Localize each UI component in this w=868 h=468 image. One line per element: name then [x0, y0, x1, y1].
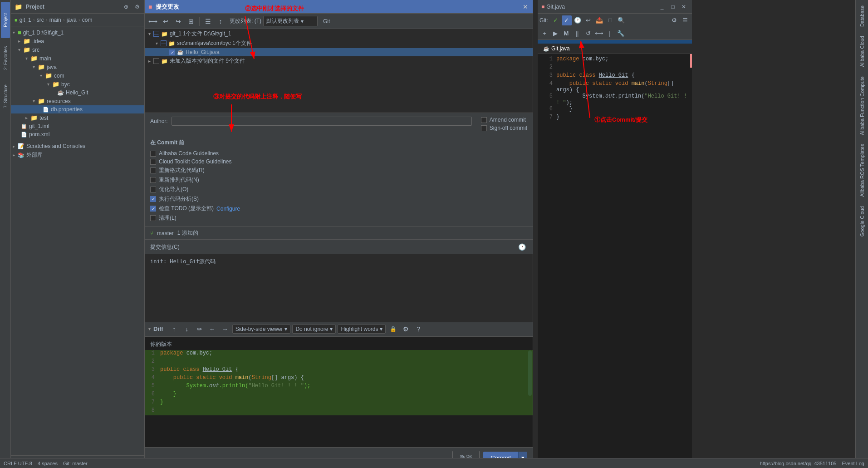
- far-right-google-cloud[interactable]: Google Cloud: [858, 202, 867, 240]
- status-indent[interactable]: 4 spaces: [38, 461, 58, 466]
- diff-up-btn[interactable]: ↑: [169, 324, 180, 335]
- tree-item-resources[interactable]: ▾ 📁 resources: [11, 97, 144, 105]
- git-checkmark-btn[interactable]: ✓: [551, 15, 561, 25]
- file-tree-srcmain[interactable]: ▾ — 📁 src\main\java\com\byc 1个文件: [145, 39, 533, 48]
- option-reformat[interactable]: 重新格式化代码(R): [150, 166, 527, 175]
- right-expand-btn[interactable]: ⟷: [594, 29, 604, 39]
- diff-viewer-dropdown[interactable]: Side-by-side viewer ▾: [232, 325, 291, 334]
- option-checkbox-cloudtoolkit[interactable]: [150, 159, 156, 165]
- tree-item-scratches[interactable]: ▸ 📝 Scratches and Consoles: [11, 142, 144, 150]
- commit-msg-history-btn[interactable]: 🕐: [516, 241, 527, 252]
- tree-item-test[interactable]: ▸ 📁 test: [11, 113, 144, 122]
- close-btn[interactable]: ✕: [679, 2, 688, 11]
- file-tree-unversioned[interactable]: ▸ 📁 未加入版本控制的文件 9个文件: [145, 56, 533, 66]
- option-checkbox-rearrange[interactable]: [150, 177, 156, 183]
- maximize-btn[interactable]: □: [668, 2, 677, 11]
- diff-highlight-dropdown[interactable]: Highlight words ▾: [338, 325, 386, 334]
- option-rearrange[interactable]: 重新排列代码(N): [150, 175, 527, 185]
- status-branch[interactable]: Git: master: [63, 461, 88, 466]
- tree-item-dbprops[interactable]: 📄 db.properties: [11, 105, 144, 113]
- signoff-checkbox[interactable]: [481, 125, 487, 131]
- tree-item-src[interactable]: ▾ 📁 src: [11, 45, 144, 54]
- tree-item-hellogit[interactable]: ☕ Hello_Git: [11, 89, 144, 97]
- changelist-dropdown[interactable]: 默认更改列表 ▾: [263, 16, 318, 26]
- option-optimize[interactable]: 优化导入(O): [150, 185, 527, 194]
- tree-item-external-lib[interactable]: ▸ 📚 外部库: [11, 150, 144, 160]
- git-commit-btn[interactable]: ✓: [562, 15, 572, 25]
- option-checkbox-reformat[interactable]: [150, 167, 156, 173]
- file-tree-hellogit[interactable]: ✓ ☕ Hello_Git.java: [145, 48, 533, 56]
- git-stash-btn[interactable]: □: [605, 15, 615, 25]
- right-settings-btn[interactable]: ⚙: [669, 15, 679, 25]
- toolbar-expand-btn[interactable]: ⟷: [147, 16, 158, 27]
- file-checkbox-srcmain[interactable]: —: [161, 40, 167, 46]
- tree-item-main[interactable]: ▾ 📁 main: [11, 54, 144, 63]
- far-right-database[interactable]: Database: [858, 2, 867, 30]
- right-bold-btn[interactable]: M: [561, 29, 571, 39]
- toolbar-undo-btn[interactable]: ↩: [160, 16, 171, 27]
- far-right-function-compute[interactable]: Alibaba Function Compute: [858, 73, 867, 139]
- right-add-btn[interactable]: +: [539, 29, 549, 39]
- git-push-btn[interactable]: 📤: [594, 15, 604, 25]
- breadcrumb-git1[interactable]: git_1: [20, 17, 31, 23]
- commit-dialog-close-btn[interactable]: ✕: [522, 3, 529, 10]
- tree-item-idea[interactable]: ▸ 📁 .idea: [11, 37, 144, 45]
- git-search-btn[interactable]: 🔍: [616, 15, 626, 25]
- option-checkbox-todo[interactable]: ✓: [150, 206, 156, 212]
- diff-next-btn[interactable]: →: [220, 324, 230, 335]
- tree-item-pomxml[interactable]: 📄 pom.xml: [11, 130, 144, 138]
- vtab-structure[interactable]: 7: Structure: [1, 78, 10, 114]
- file-checkbox-git1[interactable]: —: [153, 31, 159, 37]
- right-pipe-btn[interactable]: ||: [572, 29, 582, 39]
- tree-item-byc[interactable]: ▾ 📁 byc: [11, 80, 144, 89]
- signoff-option[interactable]: Sign-off commit: [481, 125, 527, 131]
- toolbar-layout-btn[interactable]: ⊞: [186, 16, 196, 27]
- far-right-ros-templates[interactable]: Alibaba ROS Templates: [858, 140, 867, 201]
- diff-ignore-dropdown[interactable]: Do not ignore ▾: [292, 325, 336, 334]
- diff-prev-btn[interactable]: ←: [207, 324, 218, 335]
- diff-edit-btn[interactable]: ✏: [194, 324, 205, 335]
- right-menu-btn[interactable]: ☰: [680, 15, 690, 25]
- option-checkbox-cleanup[interactable]: [150, 215, 156, 221]
- toolbar-redo-btn[interactable]: ↪: [173, 16, 184, 27]
- editor-tab-gitjava[interactable]: ☕ Git.java: [538, 44, 575, 54]
- tree-item-com[interactable]: ▾ 📁 com: [11, 71, 144, 80]
- minimize-btn[interactable]: _: [657, 2, 667, 11]
- option-analyze[interactable]: ✓ 执行代码分析(S): [150, 194, 527, 204]
- toolbar-sort-btn[interactable]: ↕: [215, 16, 226, 27]
- add-project-btn[interactable]: ⊕: [123, 3, 130, 10]
- breadcrumb-src[interactable]: src: [37, 17, 44, 23]
- option-checkbox-analyze[interactable]: ✓: [150, 196, 156, 202]
- diff-down-btn[interactable]: ↓: [181, 324, 192, 335]
- right-wrench-btn[interactable]: 🔧: [616, 29, 626, 39]
- toolbar-indent-btn[interactable]: ☰: [202, 16, 213, 27]
- vtab-project[interactable]: Project: [1, 2, 10, 38]
- file-checkbox-hellogit[interactable]: ✓: [169, 49, 175, 55]
- diff-lock-btn[interactable]: 🔒: [387, 324, 398, 335]
- breadcrumb-com[interactable]: com: [82, 17, 93, 23]
- configure-link[interactable]: Configure: [216, 206, 240, 212]
- diff-help-btn[interactable]: ?: [413, 324, 424, 335]
- tree-item-git1iml[interactable]: 📋 git_1.iml: [11, 122, 144, 130]
- status-url[interactable]: https://blog.csdn.net/qq_43511105: [760, 461, 837, 466]
- author-input[interactable]: [172, 117, 472, 126]
- breadcrumb-main[interactable]: main: [49, 17, 61, 23]
- option-checkbox-alibaba[interactable]: [150, 151, 156, 157]
- option-alibaba[interactable]: Alibaba Code Guidelines: [150, 149, 527, 158]
- gear-icon[interactable]: ⚙: [133, 3, 141, 10]
- diff-collapse-btn[interactable]: ▾: [148, 326, 151, 331]
- event-log-btn[interactable]: Event Log: [842, 461, 864, 466]
- amend-commit-option[interactable]: Amend commit: [481, 117, 527, 123]
- option-todo[interactable]: ✓ 检查 TODO (显示全部) Configure: [150, 204, 527, 213]
- git-rollback-btn[interactable]: ↩: [584, 15, 593, 25]
- tree-item-java[interactable]: ▾ 📁 java: [11, 63, 144, 71]
- right-play-btn[interactable]: ▶: [550, 29, 560, 39]
- file-checkbox-unversioned[interactable]: [153, 58, 159, 64]
- right-split-btn[interactable]: |: [605, 29, 615, 39]
- file-tree-git1[interactable]: ▾ — 📁 git_1 1个文件 D:\Git\git_1: [145, 29, 533, 39]
- git-history-btn[interactable]: 🕐: [573, 15, 583, 25]
- status-encoding[interactable]: CRLF UTF-8: [4, 461, 32, 466]
- diff-settings-btn[interactable]: ⚙: [400, 324, 411, 335]
- amend-checkbox[interactable]: [481, 117, 487, 123]
- option-checkbox-optimize[interactable]: [150, 187, 156, 192]
